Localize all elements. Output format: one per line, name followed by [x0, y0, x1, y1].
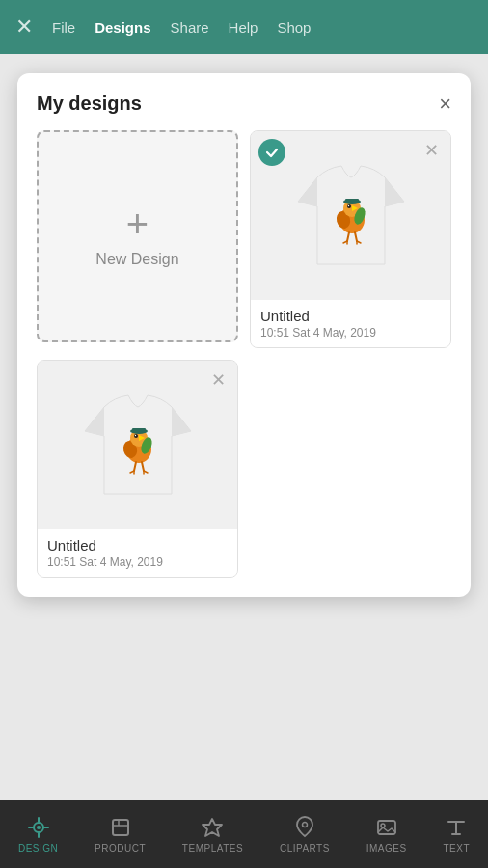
bottom-nav: DESIGN PRODUCT TEMPLATES CLIPARTS IMAGES — [0, 800, 488, 868]
design-card-2-image: ✕ — [38, 361, 237, 529]
svg-rect-7 — [345, 199, 359, 203]
panel-close-button[interactable]: × — [439, 94, 451, 115]
svg-rect-36 — [113, 820, 128, 835]
nav-file[interactable]: File — [52, 19, 75, 36]
tshirt-graphic-2 — [75, 378, 201, 513]
svg-point-20 — [134, 434, 135, 435]
svg-rect-22 — [132, 428, 146, 432]
nav-design-label: DESIGN — [18, 843, 58, 854]
panel-header: My designs × — [37, 93, 451, 115]
svg-point-5 — [347, 204, 348, 205]
close-icon[interactable]: ✕ — [15, 14, 33, 40]
nav-btn-text[interactable]: TEXT — [443, 816, 470, 854]
new-design-card[interactable]: + New Design — [37, 130, 238, 342]
nav-templates-label: TEMPLATES — [182, 843, 243, 854]
design-card-2-date: 10:51 Sat 4 May, 2019 — [47, 556, 228, 569]
nav-product-label: PRODUCT — [95, 843, 146, 854]
main-area: My designs × + New Design — [0, 54, 488, 800]
nav-btn-design[interactable]: DESIGN — [18, 816, 58, 854]
nav-designs[interactable]: Designs — [95, 19, 150, 36]
nav-help[interactable]: Help — [229, 19, 258, 36]
nav-shop[interactable]: Shop — [277, 19, 311, 36]
design-card-1-delete[interactable]: ✕ — [420, 139, 443, 162]
design-card-2-delete[interactable]: ✕ — [206, 368, 230, 392]
nav-text-label: TEXT — [443, 843, 470, 854]
nav-images-label: IMAGES — [366, 843, 407, 854]
design-card-1-date: 10:51 Sat 4 May, 2019 — [260, 326, 441, 339]
design-card-2-name: Untitled — [47, 537, 228, 554]
nav-btn-cliparts[interactable]: CLIPARTS — [280, 816, 330, 854]
selected-badge — [258, 139, 285, 166]
plus-icon: + — [126, 204, 149, 243]
svg-point-38 — [302, 822, 307, 827]
nav-share[interactable]: Share — [171, 19, 209, 36]
svg-marker-37 — [203, 819, 222, 836]
svg-point-4 — [347, 204, 351, 208]
nav-btn-product[interactable]: PRODUCT — [95, 816, 146, 854]
svg-rect-39 — [378, 821, 395, 834]
nav-btn-images[interactable]: IMAGES — [366, 816, 407, 854]
svg-point-31 — [37, 826, 41, 829]
nav-btn-templates[interactable]: TEMPLATES — [182, 816, 243, 854]
design-card-1-name: Untitled — [260, 308, 441, 324]
design-card-1[interactable]: ✕ — [250, 130, 451, 348]
design-card-1-info: Untitled 10:51 Sat 4 May, 2019 — [251, 300, 450, 347]
new-design-label: New Design — [95, 251, 178, 268]
designs-grid: + New Design ✕ — [37, 130, 451, 578]
panel-title: My designs — [37, 93, 142, 115]
design-card-2[interactable]: ✕ — [37, 360, 238, 578]
my-designs-panel: My designs × + New Design — [17, 73, 471, 597]
design-card-1-image: ✕ — [251, 131, 450, 300]
top-nav: ✕ File Designs Share Help Shop — [0, 0, 488, 54]
design-card-2-info: Untitled 10:51 Sat 4 May, 2019 — [38, 529, 237, 577]
nav-cliparts-label: CLIPARTS — [280, 843, 330, 854]
tshirt-graphic-1 — [288, 149, 414, 284]
svg-point-19 — [134, 434, 138, 438]
